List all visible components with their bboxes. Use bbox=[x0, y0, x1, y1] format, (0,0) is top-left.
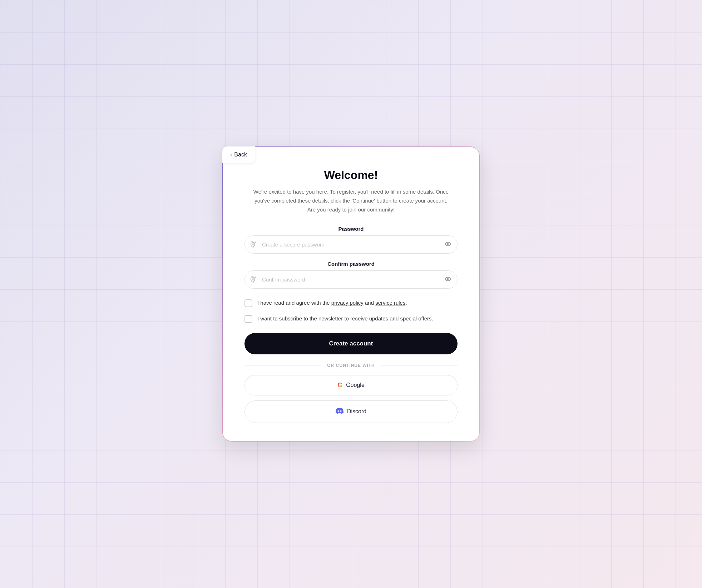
fingerprint-icon bbox=[249, 240, 257, 248]
newsletter-checkbox[interactable] bbox=[244, 315, 252, 323]
password-input[interactable] bbox=[244, 235, 458, 254]
back-label: Back bbox=[234, 151, 247, 158]
chevron-left-icon: ‹ bbox=[230, 151, 232, 158]
fingerprint-icon-2 bbox=[249, 275, 257, 283]
social-divider: OR CONTINUE WITH bbox=[244, 363, 458, 368]
confirm-password-input[interactable] bbox=[244, 270, 458, 289]
privacy-label: I have read and agree with the privacy p… bbox=[257, 299, 407, 307]
divider-line-left bbox=[244, 365, 321, 365]
svg-point-1 bbox=[447, 243, 449, 245]
svg-point-3 bbox=[447, 278, 449, 280]
privacy-policy-link[interactable]: privacy policy bbox=[331, 300, 364, 306]
divider-line-right bbox=[381, 365, 458, 365]
privacy-checkbox-row: I have read and agree with the privacy p… bbox=[244, 299, 458, 307]
page-title: Welcome! bbox=[244, 169, 458, 182]
checkbox-section: I have read and agree with the privacy p… bbox=[244, 299, 458, 323]
main-card: Welcome! We're excited to have you here.… bbox=[222, 146, 480, 441]
password-input-wrapper bbox=[244, 235, 458, 254]
card-wrapper: ‹ Back Welcome! We're excited to have yo… bbox=[222, 146, 480, 441]
discord-label: Discord bbox=[347, 408, 366, 415]
divider-text: OR CONTINUE WITH bbox=[327, 363, 375, 368]
discord-icon bbox=[336, 407, 343, 417]
newsletter-checkbox-row: I want to subscribe to the newsletter to… bbox=[244, 314, 458, 323]
password-label: Password bbox=[244, 226, 458, 232]
google-button[interactable]: G Google bbox=[244, 375, 458, 395]
confirm-input-wrapper bbox=[244, 270, 458, 289]
show-password-icon[interactable] bbox=[444, 240, 452, 249]
confirm-field-group: Confirm password bbox=[244, 261, 458, 289]
confirm-label: Confirm password bbox=[244, 261, 458, 267]
google-icon: G bbox=[337, 382, 342, 389]
discord-button[interactable]: Discord bbox=[244, 400, 458, 423]
google-label: Google bbox=[346, 382, 365, 388]
create-account-button[interactable]: Create account bbox=[244, 333, 458, 354]
newsletter-label: I want to subscribe to the newsletter to… bbox=[257, 314, 433, 323]
service-rules-link[interactable]: service rules bbox=[375, 300, 405, 306]
page-subtitle: We're excited to have you here. To regis… bbox=[251, 188, 451, 214]
card-header: Welcome! We're excited to have you here.… bbox=[244, 169, 458, 214]
password-field-group: Password bbox=[244, 226, 458, 254]
privacy-checkbox[interactable] bbox=[244, 299, 252, 307]
show-confirm-password-icon[interactable] bbox=[444, 275, 452, 284]
back-button[interactable]: ‹ Back bbox=[222, 146, 255, 163]
